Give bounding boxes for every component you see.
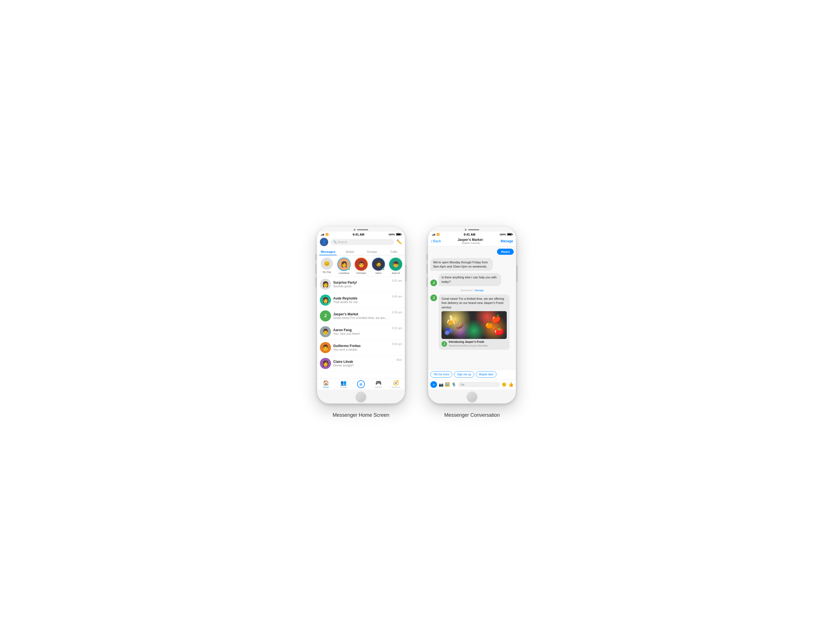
msg-info-aaron: Aaron Fang You: See you there! [333,328,390,335]
msg-item-surprise-party[interactable]: 👩 Surprise Party! Sounds good. 9:41 am [317,277,405,292]
signal-bar-2 [322,235,322,236]
tab-groups[interactable]: Groups [361,248,383,255]
signal-bar-r4 [434,233,435,236]
msg-time-guillermo: 9:04 am [392,343,402,346]
nav-people[interactable]: 👥 People [334,380,352,388]
msg-name-guillermo: Guillermo Freitas [333,344,390,348]
henri-online-dot [382,268,384,270]
hours-button[interactable]: Hours [497,249,514,255]
side-mute-button [315,254,317,261]
home-button-right[interactable] [467,392,477,402]
msg-avatar-surprise-party: 👩 [320,279,331,290]
speaker-camera-right [465,229,479,230]
home-icon: 🏠 [323,380,329,385]
story-name-loredana: Loredana [339,272,349,274]
user-avatar[interactable]: 👤 [320,238,328,246]
msg-info-surprise-party: Surprise Party! Sounds good. [333,280,390,288]
claire-icon: 👩 [322,360,329,367]
msg-time-aude: 9:40 am [392,295,402,298]
msg-item-claire[interactable]: 👩 Claire Litvak Dinner tonight? Mon [317,356,405,372]
bubble-row-1: We're open Monday through Friday from 9a… [430,258,514,271]
fruit-orange: 🍊 [486,321,493,330]
ad-bubble: Great news! For a limited time, we are o… [439,295,510,350]
story-jean-m[interactable]: 👦 Jean-M [388,258,403,274]
msg-avatar-claire: 👩 [320,358,331,369]
msg-item-aude[interactable]: 👩 Aude Reynolds That works for me 9:40 a… [317,292,405,308]
camera-icon[interactable]: 📷 [439,382,444,387]
battery-percent-left: 100% [388,233,395,236]
battery-area-right: 100% [500,233,512,236]
photo-icon[interactable]: 🖼️ [445,382,450,387]
story-name-jean: Jean-M [391,272,400,274]
battery-fill-left [397,233,400,235]
msg-item-guillermo[interactable]: 👨 Guillermo Freitas You sent a sticker. … [317,340,405,356]
signal-bars-right [432,233,435,236]
left-iphone-outer: 📶 9:41 AM 100% 👤 [317,226,405,404]
tab-active[interactable]: Active [339,248,361,255]
msg-time-surprise-party: 9:41 am [392,279,402,282]
msg-avatar-jasper: J [320,310,331,322]
signal-bar-3 [323,234,323,236]
surprise-party-icon: 👩 [322,281,329,288]
manage-button[interactable]: Manage [501,239,513,243]
jean-avatar-icon: 👦 [392,261,399,267]
conversation-title-area: Jasper's Market › Replies instantly [442,238,500,245]
sponsored-manage-link[interactable]: Manage [474,289,484,292]
center-icon: ⊕ [359,382,363,386]
jasper-ad-avatar: J [430,295,437,301]
message-input[interactable]: Aa [458,382,500,387]
camera-dot-left [354,229,355,230]
signal-bar-r3 [434,234,434,236]
aaron-icon: 👨 [322,328,329,335]
msg-name-jasper: Jasper's Market [333,312,390,316]
story-loredana[interactable]: 👩 Loredana [336,258,352,274]
ad-card-text: Introducing Jasper's Fresh Seasonal prod… [449,340,487,348]
henri-avatar-icon: 🧔 [375,261,382,267]
mic-icon[interactable]: 🎙️ [452,382,456,387]
qr-tell-me-more[interactable]: Tell me more [430,371,452,378]
nav-discover[interactable]: 🧭 Discover [388,380,405,388]
aude-online-dot [328,303,331,305]
loredana-online-dot [348,268,350,270]
story-christian[interactable]: 👨 Christian [354,258,369,274]
conversation-name: Jasper's Market [458,238,482,242]
emoji-icon[interactable]: 🙂 [502,382,507,387]
qr-maybe-later[interactable]: Maybe later [476,371,497,378]
bubble-hours-text: We're open Monday through Friday from 9a… [430,258,493,271]
signal-area-right: 📶 [432,233,439,236]
nav-games[interactable]: 🎮 Games [370,380,388,388]
tab-calls[interactable]: Calls [383,248,405,255]
jasper-bot-avatar: J [430,280,437,286]
story-my-day[interactable]: 😊 My Day [319,258,334,274]
time-left: 9:41 AM [353,233,364,236]
story-henri[interactable]: 🧔 Henri [371,258,386,274]
msg-info-jasper: Jasper's Market Great news! For a limite… [333,312,390,319]
qr-sign-me-up[interactable]: Sign me up [454,371,474,378]
my-day-icon: 😊 [324,261,330,267]
side-volume-up-button [315,264,317,274]
compose-icon[interactable]: ✏️ [397,239,402,245]
fruit-berries: 🫐 [444,326,453,336]
thumbs-up-icon[interactable]: 👍 [508,382,514,387]
msg-name-surprise-party: Surprise Party! [333,280,390,285]
tab-messages[interactable]: Messages [317,248,339,255]
msg-item-jasper[interactable]: J Jasper's Market Great news! For a limi… [317,308,405,324]
nav-home[interactable]: 🏠 Home [317,380,334,388]
add-button[interactable]: + [430,381,437,388]
side-power-button [405,265,407,282]
msg-name-aaron: Aaron Fang [333,328,390,332]
center-button[interactable]: ⊕ [357,380,365,388]
jasper-icon: J [324,313,327,319]
search-bar[interactable]: 🔍 Search [330,239,394,245]
ad-message-row: J Great news! For a limited time, we are… [430,295,514,350]
msg-name-claire: Claire Litvak [333,360,394,364]
back-label: Back [433,239,441,243]
back-button[interactable]: ‹ Back [431,239,441,244]
home-button-left[interactable] [356,392,366,402]
ad-text: Great news! For a limited time, we are o… [442,297,504,309]
christian-avatar-icon: 👨 [358,261,365,267]
nav-people-label: People [340,386,347,388]
ad-card-logo: J [442,341,447,347]
nav-center[interactable]: ⊕ [352,380,370,388]
msg-item-aaron[interactable]: 👨 Aaron Fang You: See you there! 9:32 am [317,324,405,340]
